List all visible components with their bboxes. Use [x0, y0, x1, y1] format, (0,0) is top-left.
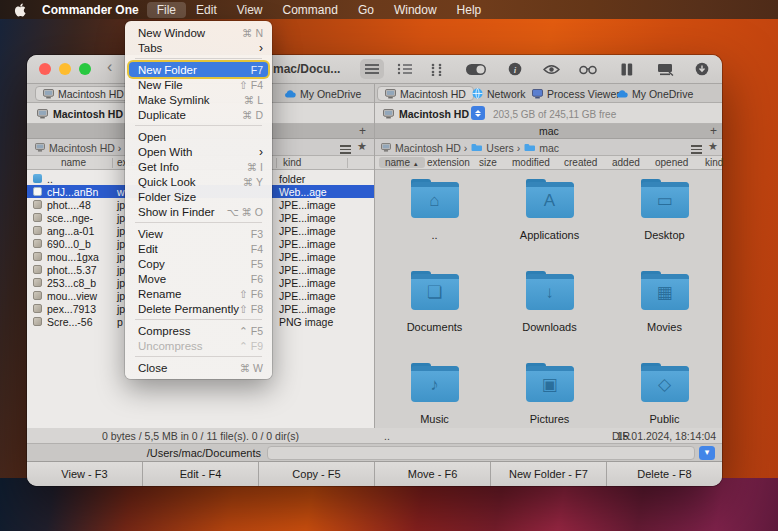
menu-item[interactable]: Uncompress ⌃ F9: [125, 338, 272, 353]
new-folder-f7-button[interactable]: New Folder - F7: [491, 462, 607, 486]
menubar-command[interactable]: Command: [273, 2, 348, 18]
right-tab-macintosh-hd[interactable]: Macintosh HD: [377, 86, 474, 101]
right-header-added[interactable]: added: [612, 157, 640, 168]
sort-ascending-icon: ▲: [413, 161, 419, 167]
menu-item[interactable]: Edit F4: [125, 241, 272, 256]
right-drive-selector[interactable]: Macintosh HD: [383, 106, 469, 121]
window-title: mac/Docu...: [273, 62, 340, 76]
dual-pane-icon[interactable]: [615, 59, 639, 79]
menu-item[interactable]: Move F6: [125, 271, 272, 286]
traffic-lights: [39, 63, 91, 75]
preview-eye-icon[interactable]: [539, 59, 563, 79]
right-header-kind[interactable]: kind: [705, 157, 723, 168]
menu-item[interactable]: Close ⌘ W: [125, 360, 272, 375]
free-space-text: 203,5 GB of 245,11 GB free: [493, 109, 616, 120]
menubar-view[interactable]: View: [227, 2, 273, 18]
drive-stepper[interactable]: [471, 106, 485, 120]
right-header-modified[interactable]: modified: [512, 157, 550, 168]
right-header-name[interactable]: name ▲: [379, 157, 425, 168]
zoom-window-button[interactable]: [79, 63, 91, 75]
right-tab-network[interactable]: Network: [465, 86, 533, 101]
move-f6-button[interactable]: Move - F6: [375, 462, 491, 486]
menu-item[interactable]: Make Symlink ⌘ L: [125, 92, 272, 107]
menu-item[interactable]: View F3: [125, 226, 272, 241]
right-favorites-icon[interactable]: ★: [708, 140, 718, 153]
left-add-tab-button[interactable]: +: [359, 124, 366, 138]
grid-folder-item[interactable]: A Applications: [492, 180, 607, 272]
file-icon: [33, 174, 42, 183]
menu-item[interactable]: Quick Look ⌘ Y: [125, 174, 272, 189]
menubar-go[interactable]: Go: [348, 2, 384, 18]
breadcrumb-segment[interactable]: Users ›: [486, 142, 520, 154]
left-favorites-icon[interactable]: ★: [357, 140, 367, 153]
left-tab-my-onedrive[interactable]: My OneDrive: [277, 86, 368, 101]
menubar-window[interactable]: Window: [384, 2, 447, 18]
function-key-bar: View - F3 Edit - F4 Copy - F5 Move - F6 …: [27, 462, 722, 486]
right-header-extension[interactable]: extension: [427, 157, 470, 168]
left-tab-macintosh-hd[interactable]: Macintosh HD: [35, 86, 132, 101]
menu-item[interactable]: Compress ⌃ F5: [125, 323, 272, 338]
menu-separator: [135, 58, 262, 59]
left-header-kind[interactable]: kind: [283, 157, 301, 168]
menu-item[interactable]: New File ⇧ F4: [125, 77, 272, 92]
folder-icon: ↓: [526, 274, 574, 310]
drive-name: Macintosh HD: [53, 108, 123, 120]
left-pane-menu-icon[interactable]: [340, 143, 351, 156]
icon-view-icon[interactable]: [425, 59, 449, 79]
right-header-created[interactable]: created: [564, 157, 597, 168]
close-window-button[interactable]: [39, 63, 51, 75]
menu-item[interactable]: Copy F5: [125, 256, 272, 271]
downloads-icon[interactable]: [690, 59, 714, 79]
right-folder-tab[interactable]: mac: [539, 125, 559, 137]
view-f3-button[interactable]: View - F3: [27, 462, 143, 486]
left-status-text: 0 bytes / 5,5 MB in 0 / 11 file(s). 0 / …: [27, 430, 374, 442]
menu-item[interactable]: Get Info ⌘ I: [125, 159, 272, 174]
menubar-file[interactable]: File: [147, 2, 186, 18]
menu-item[interactable]: New Window ⌘ N: [125, 25, 272, 40]
menu-item[interactable]: Folder Size: [125, 189, 272, 204]
menu-item[interactable]: Duplicate ⌘ D: [125, 107, 272, 122]
info-icon[interactable]: i: [503, 59, 527, 79]
apple-logo-icon[interactable]: [14, 3, 26, 17]
command-history-button[interactable]: ▾: [699, 446, 715, 460]
menu-item[interactable]: New Folder F7: [129, 62, 268, 77]
right-header-opened[interactable]: opened: [655, 157, 688, 168]
toggle-switch-icon[interactable]: [464, 59, 488, 79]
menu-item[interactable]: Tabs ›: [125, 40, 272, 55]
pane-divider[interactable]: [374, 84, 375, 462]
left-drive-selector[interactable]: Macintosh HD: [37, 106, 123, 121]
grid-folder-item[interactable]: ▭ Desktop: [607, 180, 722, 272]
menubar-edit[interactable]: Edit: [186, 2, 227, 18]
minimize-window-button[interactable]: [59, 63, 71, 75]
breadcrumb-segment[interactable]: mac: [539, 142, 559, 154]
menu-item[interactable]: Show in Finder ⌥ ⌘ O: [125, 204, 272, 219]
right-breadcrumb[interactable]: Macintosh HD › Users › mac: [381, 141, 559, 154]
command-input[interactable]: [267, 446, 695, 460]
left-header-name[interactable]: name: [61, 157, 86, 168]
compact-list-view-icon[interactable]: [393, 59, 417, 79]
left-breadcrumb[interactable]: Macintosh HD ›: [35, 141, 121, 154]
network-share-icon[interactable]: [653, 59, 677, 79]
grid-folder-item[interactable]: ⌂ ..: [377, 180, 492, 272]
right-header-size[interactable]: size: [479, 157, 497, 168]
menu-item[interactable]: Rename ⇧ F6: [125, 286, 272, 301]
breadcrumb-segment[interactable]: Macintosh HD ›: [395, 142, 467, 154]
menubar-help[interactable]: Help: [447, 2, 492, 18]
right-add-tab-button[interactable]: +: [710, 124, 717, 138]
menu-item[interactable]: Delete Permanently ⇧ F8: [125, 301, 272, 316]
copy-f5-button[interactable]: Copy - F5: [259, 462, 375, 486]
breadcrumb-segment[interactable]: Macintosh HD ›: [49, 142, 121, 154]
edit-f4-button[interactable]: Edit - F4: [143, 462, 259, 486]
menu-item[interactable]: Open With ›: [125, 144, 272, 159]
grid-folder-item[interactable]: ❏ Documents: [377, 272, 492, 364]
delete-f8-button[interactable]: Delete - F8: [607, 462, 722, 486]
grid-folder-item[interactable]: ↓ Downloads: [492, 272, 607, 364]
right-status-date: 15.01.2024, 18:14:04: [617, 430, 716, 442]
back-chevron-icon[interactable]: ‹: [107, 58, 112, 76]
search-binoculars-icon[interactable]: [576, 59, 600, 79]
list-view-icon[interactable]: [360, 59, 384, 79]
grid-folder-item[interactable]: ▦ Movies: [607, 272, 722, 364]
right-pane-menu-icon[interactable]: [691, 143, 702, 156]
right-tab-my-onedrive[interactable]: My OneDrive: [609, 86, 700, 101]
menu-item[interactable]: Open: [125, 129, 272, 144]
